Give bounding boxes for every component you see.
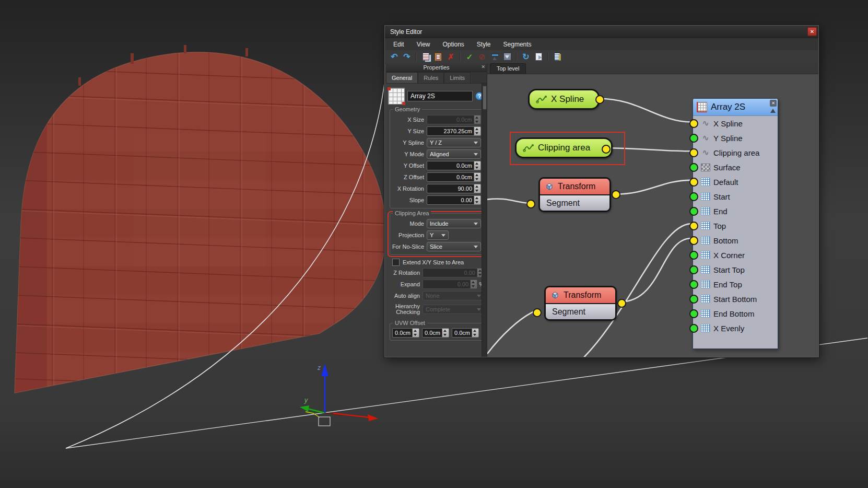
transform-node-1[interactable]: Transform Segment (538, 177, 611, 212)
spinner-buttons[interactable] (474, 196, 480, 204)
array-port-row[interactable]: Start (693, 189, 778, 204)
field-value[interactable]: 0.00 (423, 269, 477, 277)
port-dot[interactable] (689, 295, 698, 304)
scrollbar-thumb[interactable] (483, 86, 487, 110)
array-port-row[interactable]: Clipping area (693, 145, 778, 160)
spinner-buttons[interactable] (474, 161, 480, 170)
tab-general[interactable]: General (386, 72, 418, 83)
field-value[interactable]: 0.0cm (427, 115, 474, 124)
array-port-row[interactable]: End Bottom (693, 306, 778, 321)
port-dot[interactable] (689, 324, 698, 333)
clipping-output-port[interactable] (602, 145, 611, 154)
style-name-input[interactable]: Array 2S (407, 91, 473, 101)
undo-icon[interactable]: ↶ (389, 52, 400, 62)
tab-top-level[interactable]: Top level (490, 63, 526, 74)
x-rotation-field[interactable]: 90.00 (427, 184, 481, 193)
array-node-header[interactable]: Array 2S ✕ (693, 99, 778, 116)
uvw-v-field[interactable]: 0.0cm (422, 328, 449, 338)
axis-gizmo[interactable]: z y (300, 364, 378, 426)
show-log-icon[interactable] (552, 52, 562, 62)
close-window-button[interactable]: ✕ (807, 27, 817, 36)
menu-options[interactable]: Options (436, 39, 470, 50)
segment2-input-port[interactable] (533, 308, 542, 317)
field-value[interactable]: 0.0cm (423, 329, 442, 337)
port-dot[interactable] (689, 280, 698, 289)
port-dot[interactable] (689, 148, 698, 157)
send-to-bottom-icon[interactable] (502, 52, 512, 62)
slope-field[interactable]: 0.00 (427, 195, 481, 205)
port-dot[interactable] (689, 207, 698, 216)
transform-node-2[interactable]: Transform Segment (544, 286, 617, 321)
spinner-buttons[interactable] (470, 280, 477, 288)
field-value[interactable]: 2370.25cm (427, 127, 474, 135)
port-dot[interactable] (689, 134, 698, 143)
field-value[interactable]: 0.00 (427, 196, 474, 204)
array-port-row[interactable]: Surface (693, 160, 778, 175)
spinner-buttons[interactable] (442, 329, 449, 337)
no-slice-dropdown[interactable]: Slice (427, 242, 481, 251)
properties-scrollbar[interactable] (482, 83, 487, 357)
port-dot[interactable] (689, 251, 698, 260)
port-dot[interactable] (689, 236, 698, 245)
clipping-area-node[interactable]: Clipping area (515, 137, 613, 158)
menu-edit[interactable]: Edit (387, 39, 410, 50)
array-node-close-icon[interactable]: ✕ (770, 100, 777, 107)
port-dot[interactable] (689, 265, 698, 274)
uvw-w-field[interactable]: 0.0cm (452, 328, 479, 338)
delete-icon[interactable]: ✗ (445, 52, 456, 62)
port-dot[interactable] (689, 163, 698, 172)
spinner-buttons[interactable] (412, 329, 419, 337)
y-mode-dropdown[interactable]: Aligned (427, 149, 481, 159)
projection-dropdown[interactable]: Y (427, 230, 449, 240)
node-canvas[interactable]: X Spline Clipping area Transform Segmen (487, 74, 818, 357)
array-port-row[interactable]: Top (693, 218, 778, 233)
clipping-mode-dropdown[interactable]: Include (427, 219, 481, 228)
array-port-row[interactable]: Start Top (693, 262, 778, 277)
field-value[interactable]: 0.0cm (427, 161, 474, 170)
send-to-top-icon[interactable] (489, 52, 500, 62)
copy-icon[interactable] (420, 52, 431, 62)
redo-icon[interactable]: ↷ (402, 52, 412, 62)
spinner-buttons[interactable] (472, 329, 478, 337)
y-size-field[interactable]: 2370.25cm (427, 126, 481, 136)
field-value[interactable]: 0.0cm (452, 329, 472, 337)
discard-icon[interactable]: ⊘ (477, 52, 487, 62)
properties-close-icon[interactable]: ✕ (481, 64, 485, 69)
expand-field[interactable]: 0.00 (423, 280, 477, 289)
extend-size-checkbox[interactable] (392, 259, 400, 266)
export-icon[interactable] (533, 52, 544, 62)
spinner-buttons[interactable] (474, 127, 480, 135)
array-port-row[interactable]: End Top (693, 277, 778, 292)
transform2-output-port[interactable] (617, 299, 626, 308)
z-offset-field[interactable]: 0.0cm (427, 172, 481, 182)
field-value[interactable]: 0.00 (423, 280, 470, 288)
array-port-row[interactable]: Bottom (693, 233, 778, 248)
y-offset-field[interactable]: 0.0cm (427, 161, 481, 170)
array-node-collapse-icon[interactable] (770, 109, 776, 113)
x-spline-node[interactable]: X Spline (528, 89, 600, 110)
array-2s-node[interactable]: Array 2S ✕ X Spline Y Spline Clipping ar… (693, 98, 778, 349)
port-dot[interactable] (689, 309, 698, 318)
array-port-row[interactable]: X Corner (693, 248, 778, 262)
auto-align-dropdown[interactable]: None (423, 291, 484, 300)
array-port-row[interactable]: Y Spline (693, 131, 778, 145)
port-dot[interactable] (689, 178, 698, 187)
title-bar[interactable]: Style Editor ✕ (385, 26, 818, 38)
port-dot[interactable] (689, 192, 698, 201)
array-port-row[interactable]: Start Bottom (693, 292, 778, 306)
menu-style[interactable]: Style (471, 39, 497, 50)
transform1-output-port[interactable] (612, 190, 620, 199)
z-rotation-field[interactable]: 0.00 (423, 268, 484, 277)
uvw-u-field[interactable]: 0.0cm (392, 328, 419, 338)
segment1-input-port[interactable] (526, 200, 535, 208)
array-port-row[interactable]: X Spline (693, 116, 778, 131)
x-spline-output-port[interactable] (595, 95, 604, 104)
array-port-row[interactable]: End (693, 204, 778, 218)
spinner-buttons[interactable] (474, 173, 480, 181)
tab-rules[interactable]: Rules (418, 72, 444, 83)
field-value[interactable]: 0.0cm (393, 329, 412, 337)
field-value[interactable]: 90.00 (427, 184, 474, 193)
menu-view[interactable]: View (410, 39, 437, 50)
paste-icon[interactable] (433, 52, 443, 62)
array-port-row[interactable]: Default (693, 175, 778, 189)
